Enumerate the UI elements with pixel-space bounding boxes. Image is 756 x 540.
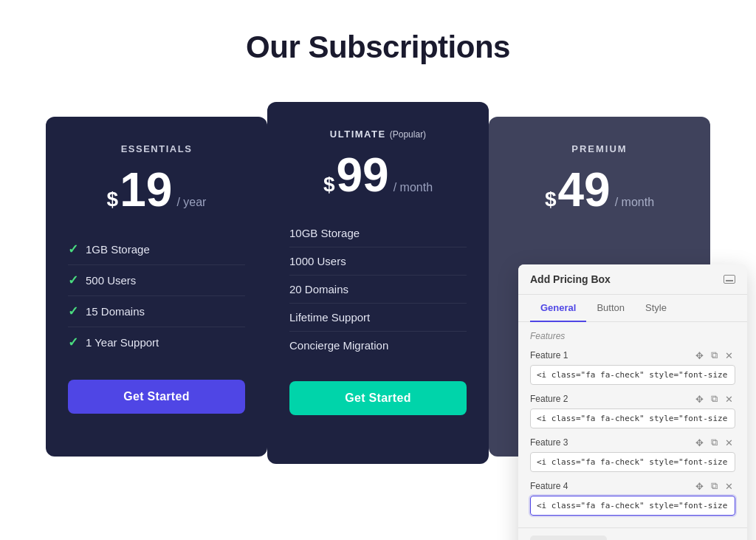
list-item: ✓ 1 Year Support (68, 327, 245, 358)
tab-style[interactable]: Style (635, 295, 677, 322)
feature-row-1: Feature 1 ✥ ⧉ ✕ (530, 349, 735, 389)
feature-row-2: Feature 2 ✥ ⧉ ✕ (530, 392, 735, 433)
list-item: Concierge Migration (289, 332, 467, 359)
cards-container: ESSENTIALS $ 19 / year ✓ 1GB Storage ✓ 5… (16, 102, 740, 464)
essentials-price-period: / year (176, 196, 206, 209)
panel-tabs: General Button Style (518, 295, 747, 322)
panel-minimize-button[interactable] (724, 275, 735, 284)
features-scroll-label: Features (518, 328, 747, 346)
feature-delete-button[interactable]: ✕ (723, 436, 735, 449)
list-item: ✓ 15 Domains (68, 296, 245, 327)
feature-label: Feature 1 (530, 350, 568, 360)
feature-3-input[interactable] (530, 452, 735, 472)
add-pricing-box-panel: Add Pricing Box General Button Style Fea… (518, 264, 747, 540)
card-ultimate: ULTIMATE (Popular) $ 99 / month 10GB Sto… (267, 102, 489, 464)
ultimate-price-row: $ 99 / month (289, 151, 467, 199)
feature-row-4: Feature 4 ✥ ⧉ ✕ (530, 479, 735, 520)
feature-copy-button[interactable]: ⧉ (709, 479, 720, 493)
feature-label: Feature 3 (530, 437, 568, 448)
essentials-features-list: ✓ 1GB Storage ✓ 500 Users ✓ 15 Domains ✓… (68, 234, 245, 358)
essentials-price-amount: 19 (120, 166, 172, 213)
feature-delete-button[interactable]: ✕ (723, 349, 735, 362)
page-title: Our Subscriptions (246, 30, 510, 65)
panel-footer: Add Feature Save Cancel (518, 527, 747, 540)
feature-copy-button[interactable]: ⧉ (709, 349, 720, 362)
minimize-bar-icon (726, 280, 733, 281)
feature-copy-button[interactable]: ⧉ (709, 392, 720, 406)
feature-text: Lifetime Support (289, 311, 370, 324)
essentials-price-row: $ 19 / year (68, 166, 245, 213)
feature-1-input[interactable] (530, 365, 735, 385)
ultimate-features-list: 10GB Storage 1000 Users 20 Domains Lifet… (289, 219, 467, 359)
premium-price-period: / month (615, 196, 654, 209)
list-item: 20 Domains (289, 276, 467, 304)
essentials-price-dollar: $ (107, 188, 119, 211)
check-icon: ✓ (68, 273, 78, 288)
feature-text: Concierge Migration (289, 339, 388, 352)
feature-row-header: Feature 2 ✥ ⧉ ✕ (530, 392, 735, 406)
check-icon: ✓ (68, 304, 78, 319)
feature-text: 1GB Storage (86, 243, 150, 256)
popular-badge: (Popular) (390, 129, 426, 140)
feature-actions: ✥ ⧉ ✕ (693, 436, 735, 449)
feature-text: 500 Users (86, 274, 136, 287)
feature-actions: ✥ ⧉ ✕ (693, 349, 735, 362)
feature-row-header: Feature 3 ✥ ⧉ ✕ (530, 436, 735, 449)
panel-header: Add Pricing Box (518, 264, 747, 295)
feature-text: 1000 Users (289, 255, 346, 267)
feature-4-input[interactable] (530, 496, 735, 516)
feature-move-button[interactable]: ✥ (693, 349, 706, 362)
feature-row-header: Feature 4 ✥ ⧉ ✕ (530, 479, 735, 493)
ultimate-price-amount: 99 (337, 151, 389, 199)
check-icon: ✓ (68, 335, 78, 350)
premium-price-row: $ 49 / month (511, 166, 688, 213)
feature-move-button[interactable]: ✥ (693, 392, 706, 406)
feature-actions: ✥ ⧉ ✕ (693, 392, 735, 406)
feature-2-input[interactable] (530, 409, 735, 428)
feature-move-button[interactable]: ✥ (693, 436, 706, 449)
ultimate-title-text: ULTIMATE (330, 129, 386, 140)
essentials-get-started-button[interactable]: Get Started (68, 380, 245, 414)
tab-general[interactable]: General (530, 295, 586, 322)
feature-label: Feature 4 (530, 481, 568, 491)
list-item: ✓ 1GB Storage (68, 234, 245, 265)
premium-price-dollar: $ (545, 188, 557, 211)
feature-text: 10GB Storage (289, 227, 360, 239)
list-item: 1000 Users (289, 247, 467, 276)
tab-button[interactable]: Button (586, 295, 635, 322)
list-item: 10GB Storage (289, 219, 467, 247)
list-item: Lifetime Support (289, 304, 467, 332)
feature-delete-button[interactable]: ✕ (723, 392, 735, 406)
check-icon: ✓ (68, 242, 78, 257)
feature-row-header: Feature 1 ✥ ⧉ ✕ (530, 349, 735, 362)
card-essentials: ESSENTIALS $ 19 / year ✓ 1GB Storage ✓ 5… (46, 117, 267, 457)
list-item: ✓ 500 Users (68, 265, 245, 296)
essentials-title: ESSENTIALS (68, 143, 245, 154)
panel-body: Features Feature 1 ✥ ⧉ ✕ Feature 2 (518, 322, 747, 527)
ultimate-price-period: / month (394, 181, 433, 194)
feature-text: 1 Year Support (86, 336, 159, 349)
ultimate-title: ULTIMATE (Popular) (289, 129, 467, 140)
ultimate-get-started-button[interactable]: Get Started (289, 381, 467, 415)
feature-copy-button[interactable]: ⧉ (709, 436, 720, 449)
add-feature-button[interactable]: Add Feature (530, 536, 607, 540)
feature-text: 15 Domains (86, 305, 145, 318)
premium-title: PREMIUM (511, 143, 688, 154)
ultimate-price-dollar: $ (323, 173, 335, 196)
feature-move-button[interactable]: ✥ (693, 479, 706, 493)
feature-row-3: Feature 3 ✥ ⧉ ✕ (530, 436, 735, 476)
feature-delete-button[interactable]: ✕ (723, 479, 735, 493)
premium-price-amount: 49 (558, 166, 611, 213)
feature-label: Feature 2 (530, 394, 568, 404)
feature-actions: ✥ ⧉ ✕ (693, 479, 735, 493)
panel-title: Add Pricing Box (530, 273, 611, 285)
feature-text: 20 Domains (289, 283, 348, 295)
